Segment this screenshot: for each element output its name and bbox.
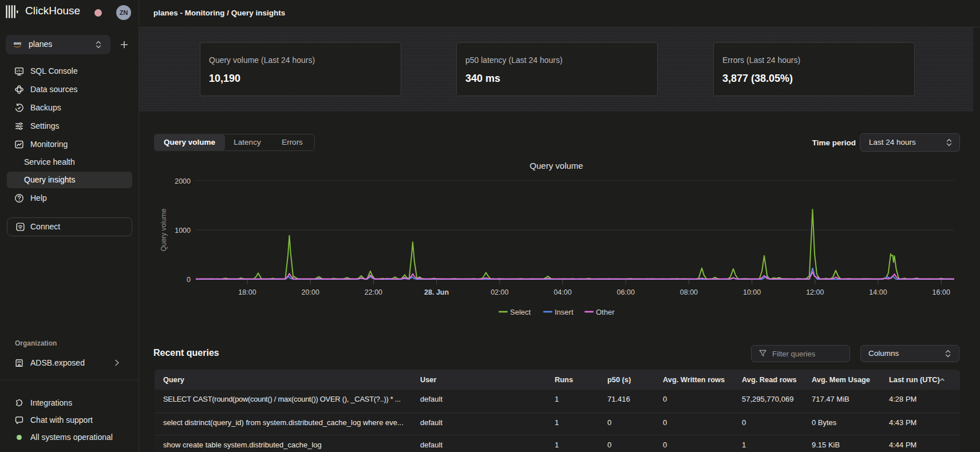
svg-text:aws: aws xyxy=(14,41,21,45)
